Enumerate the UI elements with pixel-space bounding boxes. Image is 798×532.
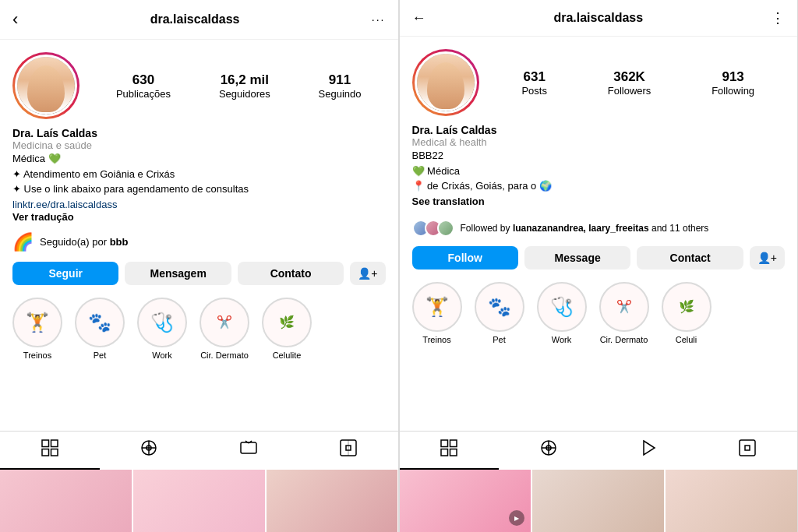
left-following-stat[interactable]: 911 Seguindo	[319, 72, 362, 100]
left-profile-top: 630 Publicações 16,2 mil Seguidores 911 …	[0, 40, 398, 127]
right-tab-play[interactable]	[598, 432, 698, 470]
left-translation[interactable]: Ver tradução	[12, 211, 386, 223]
right-followers-stat[interactable]: 362K Followers	[608, 69, 651, 97]
left-action-buttons: Seguir Mensagem Contato 👤+	[0, 257, 398, 290]
right-highlights: 🏋️ Treinos 🐾 Pet 🩺 Work ✂️ Cir. Dermato …	[400, 274, 798, 352]
left-bio-line2: ✦ Atendimento em Goiânia e Crixás	[12, 167, 386, 182]
left-message-button[interactable]: Mensagem	[125, 262, 231, 285]
left-avatar-img	[17, 57, 75, 115]
highlight-treinos-left[interactable]: 🏋️ Treinos	[12, 298, 62, 360]
right-see-translation[interactable]: See translation	[412, 194, 786, 209]
more-options-right[interactable]: ⋮	[771, 9, 785, 26]
highlight-label-celulite-r: Celuli	[676, 335, 697, 344]
grid-cell-1[interactable]	[0, 470, 132, 532]
left-follow-button[interactable]: Seguir	[12, 262, 118, 285]
highlight-label-work: Work	[152, 351, 171, 360]
highlight-cir-right[interactable]: ✂️ Cir. Dermato	[599, 282, 649, 344]
left-posts-label: Publicações	[116, 88, 171, 100]
left-bio-link[interactable]: linktr.ee/dra.laiscaldass	[12, 199, 117, 210]
right-bio-category: Medical & health	[412, 136, 786, 148]
right-avatar	[415, 51, 477, 114]
left-highlights: 🏋️ Treinos 🐾 Pet 🩺 Work ✂️ Cir. Dermato …	[0, 290, 398, 368]
highlight-celulite-right[interactable]: 🌿 Celuli	[662, 282, 711, 344]
highlight-circle-celulite: 🌿	[262, 298, 312, 347]
right-bio: Dra. Laís Caldas Medical & health BBB22 …	[400, 124, 798, 215]
right-follow-button[interactable]: Follow	[412, 246, 518, 270]
svg-rect-16	[450, 449, 457, 456]
seguido-username[interactable]: bbb	[110, 236, 129, 248]
right-bio-line3: 📍 de Crixás, Goiás, para o 🌍	[412, 178, 786, 194]
left-username: dra.laiscaldass	[150, 12, 240, 26]
right-tab-grid[interactable]	[400, 432, 500, 470]
right-posts-label: Posts	[521, 85, 547, 97]
right-tab-reels[interactable]	[499, 432, 598, 470]
highlight-work-left[interactable]: 🩺 Work	[137, 298, 187, 360]
left-bio: Dra. Laís Caldas Medicina e saúde Médica…	[0, 127, 398, 229]
right-tab-tagged[interactable]	[697, 432, 797, 470]
right-bio-name: Dra. Laís Caldas	[412, 124, 786, 136]
highlight-circle-cir: ✂️	[200, 298, 249, 347]
followed-avatars	[412, 220, 454, 237]
left-tab-tv[interactable]	[199, 432, 298, 470]
highlight-pet-left[interactable]: 🐾 Pet	[75, 298, 125, 360]
left-posts-stat[interactable]: 630 Publicações	[116, 72, 171, 100]
right-following-stat[interactable]: 913 Following	[711, 69, 754, 97]
left-followers-num: 16,2 mil	[221, 72, 269, 88]
back-icon-right[interactable]: ←	[412, 10, 426, 26]
left-tab-tagged[interactable]	[298, 432, 398, 470]
right-grid-cell-1[interactable]: ▶	[400, 470, 531, 532]
right-grid-preview: ▶	[400, 470, 798, 532]
right-grid-cell-2[interactable]	[532, 470, 664, 532]
highlight-treinos-right[interactable]: 🏋️ Treinos	[412, 282, 462, 344]
highlight-circle-treinos-r: 🏋️	[412, 282, 462, 332]
add-person-icon-right: 👤+	[757, 252, 777, 264]
highlight-label-pet: Pet	[94, 351, 107, 360]
right-bio-line2: 💚 Médica	[412, 164, 786, 179]
right-posts-stat[interactable]: 631 Posts	[521, 69, 547, 97]
grid-icon-left	[41, 439, 58, 460]
right-followers-label: Followers	[608, 85, 651, 97]
svg-rect-1	[51, 440, 58, 447]
highlight-circle-work-r: 🩺	[537, 282, 587, 332]
highlight-cir-left[interactable]: ✂️ Cir. Dermato	[200, 298, 249, 360]
followed-suffix: and 11 others	[649, 223, 709, 234]
left-tab-grid[interactable]	[0, 432, 100, 470]
tagged-icon-left	[340, 439, 357, 460]
right-profile-top: 631 Posts 362K Followers 913 Following	[400, 37, 798, 124]
back-icon-left[interactable]: ‹	[12, 9, 18, 30]
highlight-celulite-left[interactable]: 🌿 Celulite	[262, 298, 312, 360]
highlight-label-cir-r: Cir. Dermato	[600, 335, 648, 344]
left-tab-reels[interactable]	[100, 432, 200, 470]
left-bio-line3: ✦ Use o link abaixo para agendamento de …	[12, 181, 386, 197]
svg-rect-22	[740, 440, 755, 456]
grid-cell-3[interactable]	[267, 470, 398, 532]
left-avatar-wrap	[12, 52, 79, 119]
right-message-button[interactable]: Message	[524, 246, 630, 270]
right-add-person-button[interactable]: 👤+	[750, 246, 785, 270]
right-bio-line1: BBB22	[412, 148, 786, 164]
highlight-pet-right[interactable]: 🐾 Pet	[475, 282, 524, 344]
highlight-circle-celulite-r: 🌿	[662, 282, 711, 332]
highlight-label-treinos: Treinos	[23, 351, 51, 360]
grid-cell-2[interactable]	[133, 470, 265, 532]
right-stats-row: 631 Posts 362K Followers 913 Following	[492, 69, 786, 97]
left-followers-label: Seguidores	[219, 88, 270, 100]
right-grid-cell-3[interactable]	[666, 470, 797, 532]
svg-rect-8	[241, 442, 256, 453]
right-avatar-img	[417, 54, 475, 111]
right-contact-button[interactable]: Contact	[637, 246, 743, 270]
more-options-left[interactable]: ···	[372, 13, 386, 26]
highlight-circle-cir-r: ✂️	[599, 282, 649, 332]
svg-marker-21	[644, 441, 655, 455]
left-grid-preview	[0, 470, 398, 532]
right-followed-by: Followed by luanazanandrea, laary_freeit…	[400, 215, 798, 241]
right-following-label: Following	[711, 85, 754, 97]
left-add-person-button[interactable]: 👤+	[350, 262, 385, 285]
left-header: ‹ dra.laiscaldass ···	[0, 0, 398, 40]
highlight-circle-work: 🩺	[137, 298, 187, 347]
svg-rect-0	[42, 440, 49, 447]
highlight-work-right[interactable]: 🩺 Work	[537, 282, 587, 344]
left-contact-button[interactable]: Contato	[238, 262, 344, 285]
seguido-emoji: 🌈	[12, 232, 34, 252]
left-followers-stat[interactable]: 16,2 mil Seguidores	[219, 72, 270, 100]
